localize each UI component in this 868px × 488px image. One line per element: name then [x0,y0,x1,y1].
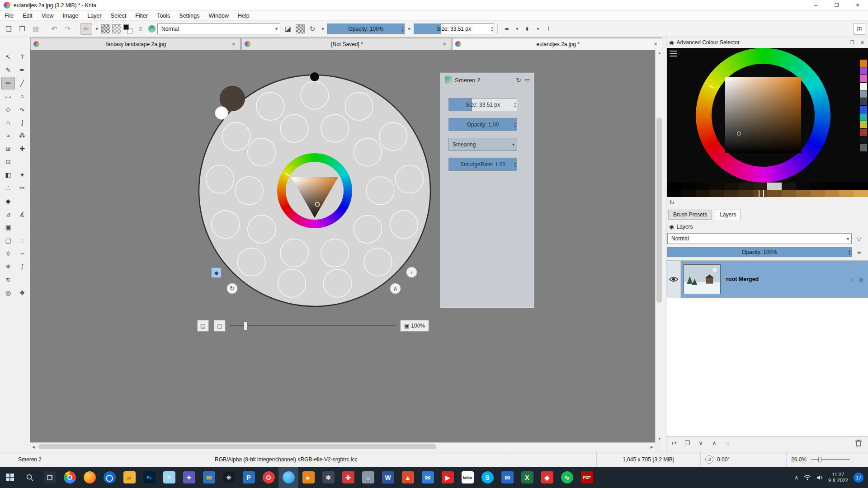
move-layer-up-button[interactable]: ∧ [709,438,720,448]
mirror-vertical-button[interactable]: ◂▸ [522,23,533,35]
layer-properties-button[interactable]: ≡ [722,438,733,448]
tool-multibrush[interactable]: ⁂ [15,129,29,142]
palette-rotate-button[interactable]: ↻ [226,283,238,294]
tool-gradient[interactable]: ◧ [1,169,15,181]
add-layer-button[interactable]: +▾ [668,438,679,448]
choose-workspace-button[interactable]: ⊞ [854,23,865,35]
reload-preset-button[interactable]: ↻ [307,23,318,35]
notification-badge[interactable]: 17 [854,473,863,483]
chevron-down-icon[interactable]: ▾ [514,26,520,31]
preset-tag-button[interactable]: ◆ [211,267,222,278]
layer-lock-icon[interactable]: ▣ [859,276,864,283]
taskbar-pdf-app[interactable]: PDF [577,467,597,488]
tool-calligraphy[interactable]: ✒ [15,64,29,76]
menu-window[interactable]: Window [204,11,233,20]
menu-filter[interactable]: Filter [131,11,152,20]
tool-crop[interactable]: ⊡ [1,155,15,168]
tool-select-similar[interactable]: ✳ [1,260,15,273]
wrap-around-button[interactable]: ⊥ [542,23,554,35]
tab-close-button[interactable]: × [652,41,659,47]
smudge-rate-spinbox[interactable]: SmudgeRate: 1.00 [448,158,517,171]
tool-transform[interactable]: ⊞ [1,142,15,155]
brush-preset-slot[interactable] [212,211,240,239]
recent-color-circle[interactable] [215,106,228,120]
menu-tools[interactable]: Tools [152,11,175,20]
layer-opacity-slider[interactable]: Opacity: 100% [667,247,852,257]
canvas-area[interactable]: ◆ ↻ ‹ ∧ ▤ ▢ ▣ 100% Smeren 2 ↻ ≔ [30,50,662,452]
taskbar-mail-blue[interactable]: ✉ [418,467,438,488]
brush-preset-slot[interactable] [237,248,265,276]
chevron-down-icon[interactable]: ▾ [535,26,541,31]
recent-color-swatch[interactable] [860,113,867,121]
brush-preset-slot[interactable] [396,165,424,193]
volume-icon[interactable] [816,475,823,480]
tool-smart-patch[interactable]: ✂ [15,182,29,194]
layers-docker-header[interactable]: ◉ Layers [666,222,868,231]
canvas[interactable]: ◆ ↻ ‹ ∧ ▤ ▢ ▣ 100% Smeren 2 ↻ ≔ [30,50,655,442]
tool-edit-shapes[interactable]: ✎ [1,64,15,76]
float-docker-button[interactable]: ❐ [849,40,856,46]
taskbar-youtube[interactable]: ▶ [438,467,458,488]
common-colors-strip[interactable] [667,183,868,190]
taskbar-file-explorer[interactable]: ▰ [119,467,139,488]
recent-color-swatch[interactable] [860,90,867,98]
menu-settings[interactable]: Settings [175,11,204,20]
show-hidden-icons-chevron[interactable]: ∧ [794,474,798,481]
recent-color-swatch[interactable] [860,60,867,67]
blending-mode-select[interactable]: Normal [157,23,280,34]
tool-pattern[interactable]: ∴ [1,182,15,194]
tool-select-magnetic[interactable]: ≋ [1,273,15,286]
brush-preset-slot[interactable] [321,239,349,267]
brush-preset-slot[interactable] [301,81,329,109]
tool-assistants[interactable]: ⊿ [1,208,15,221]
close-docker-button[interactable]: ✕ [859,40,866,46]
menu-help[interactable]: Help [233,11,254,20]
taskbar-security-app[interactable]: ✚ [338,467,358,488]
brush-preset-slot[interactable] [222,122,250,150]
brush-preset-slot[interactable] [280,114,308,142]
brush-opacity-spinbox[interactable]: Opacity: 1.00 [448,118,517,131]
taskbar-chrome[interactable] [60,467,80,488]
brush-preset-slot[interactable] [256,92,284,120]
saturation-value-triangle[interactable] [283,159,346,222]
taskbar-clock[interactable]: 11:27 9-8-2022 [828,472,848,483]
brush-preset-slot[interactable] [345,92,373,120]
advanced-colour-selector-header[interactable]: ◉ Advanced Colour Selector ❐ ✕ [666,37,868,48]
close-button[interactable]: ✕ [847,0,868,10]
layer-row[interactable]: root Merged α ▣ [666,261,868,298]
save-button[interactable]: ▦ [30,23,42,35]
taskbar-spotify[interactable]: ∿ [557,467,577,488]
taskbar-photoshop[interactable]: Ps [139,467,159,488]
tool-rectangle[interactable]: ▭ [1,90,15,103]
tool-bezier-curve[interactable]: ∩ [1,116,15,129]
tool-move[interactable]: ✚ [15,142,29,155]
layer-visibility-toggle[interactable] [666,261,681,298]
new-document-button[interactable]: ❏ [3,23,14,35]
taskbar-krita[interactable] [278,467,298,488]
recent-color-swatch[interactable] [860,98,867,105]
tool-select-rectangular[interactable]: ▢ [1,234,15,247]
fit-page-button[interactable]: ▤ [197,320,209,332]
gradient-chooser-button[interactable] [101,24,110,33]
vertical-scrollbar-thumb[interactable] [656,117,662,303]
tool-color-sampler[interactable]: ✦ [15,169,29,181]
tool-measure[interactable]: ∡ [15,208,29,221]
menu-file[interactable]: File [0,11,18,20]
taskbar-paint-app[interactable]: P [239,467,259,488]
brush-preset-slot[interactable] [390,211,418,239]
open-document-button[interactable]: ❒ [16,23,28,35]
brush-preset-slot[interactable] [280,239,308,267]
wifi-icon[interactable] [804,475,811,480]
brush-preset-slot[interactable] [354,138,382,166]
tool-select-freehand[interactable]: ∽ [15,247,29,260]
brush-preset-slot[interactable] [206,165,234,193]
brush-preset-slot[interactable] [364,248,392,276]
hue-ring-indicator[interactable] [708,85,713,89]
document-tab[interactable]: [Not Saved] *× [241,38,452,50]
docker-tab-brush-presets[interactable]: Brush Presets [668,210,712,220]
layer-list[interactable]: root Merged α ▣ [666,260,868,436]
recent-color-swatch[interactable] [860,106,867,113]
palette-zoom-slider[interactable] [230,325,396,326]
palette-zoom-handle[interactable] [244,321,248,330]
tab-close-button[interactable]: × [230,41,237,47]
